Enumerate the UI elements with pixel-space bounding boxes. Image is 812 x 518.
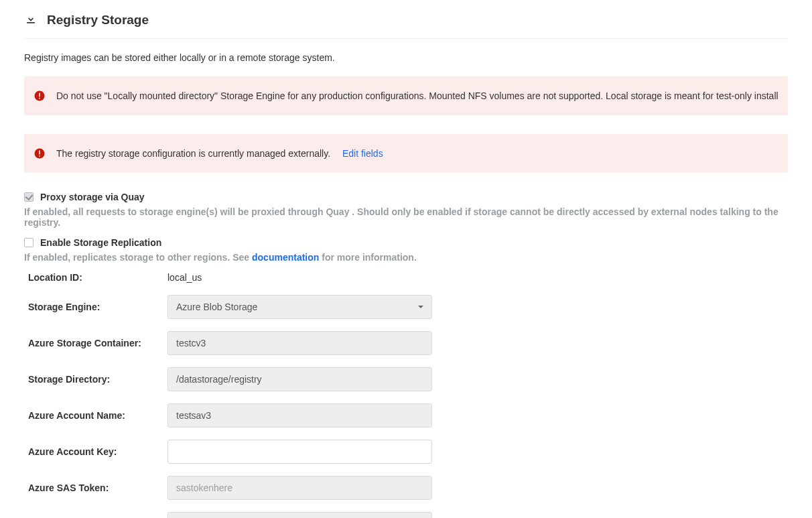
azure-sas-token-input[interactable]: [167, 476, 432, 500]
azure-container-label: Azure Storage Container:: [28, 338, 167, 348]
storage-replication-checkbox[interactable]: [24, 238, 33, 247]
proxy-storage-row: Proxy storage via Quay: [24, 192, 788, 202]
azure-sas-token-label: Azure SAS Token:: [28, 482, 167, 493]
documentation-link[interactable]: documentation: [252, 252, 319, 263]
location-id-value: local_us: [167, 272, 202, 283]
edit-fields-link[interactable]: Edit fields: [342, 148, 383, 159]
storage-engine-select[interactable]: Azure Blob Storage: [167, 295, 432, 319]
azure-account-key-input[interactable]: [167, 440, 432, 464]
location-id-label: Location ID:: [28, 272, 167, 283]
proxy-storage-checkbox[interactable]: [24, 192, 33, 202]
download-icon: [24, 12, 38, 27]
storage-engine-label: Storage Engine:: [28, 302, 167, 312]
storage-directory-label: Storage Directory:: [28, 374, 167, 385]
svg-rect-2: [39, 98, 40, 99]
alert-managed-externally: The registry storage configuration is cu…: [24, 134, 788, 173]
alert-text: Do not use "Locally mounted directory" S…: [56, 90, 779, 101]
azure-account-name-input[interactable]: [167, 403, 432, 428]
storage-replication-help: If enabled, replicates storage to other …: [24, 252, 788, 263]
proxy-storage-label: Proxy storage via Quay: [40, 192, 145, 202]
alert-managed-text: The registry storage configuration is cu…: [56, 148, 330, 159]
storage-replication-row: Enable Storage Replication: [24, 237, 788, 248]
svg-rect-1: [39, 93, 40, 97]
section-header: Registry Storage: [24, 12, 788, 39]
proxy-storage-help: If enabled, all requests to storage engi…: [24, 206, 788, 228]
azure-container-input[interactable]: [167, 331, 432, 355]
azure-account-key-label: Azure Account Key:: [28, 446, 167, 457]
section-intro: Registry images can be stored either loc…: [24, 52, 788, 63]
azure-endpoint-input[interactable]: [167, 512, 432, 518]
storage-directory-input[interactable]: [167, 367, 432, 391]
exclamation-circle-icon: [33, 90, 46, 102]
exclamation-circle-icon: [33, 147, 46, 159]
alert-local-storage-warning: Do not use "Locally mounted directory" S…: [24, 76, 788, 115]
storage-replication-label: Enable Storage Replication: [40, 237, 161, 248]
svg-rect-5: [39, 155, 40, 157]
section-title: Registry Storage: [47, 13, 149, 27]
svg-rect-4: [39, 151, 40, 155]
azure-account-name-label: Azure Account Name:: [28, 410, 167, 421]
